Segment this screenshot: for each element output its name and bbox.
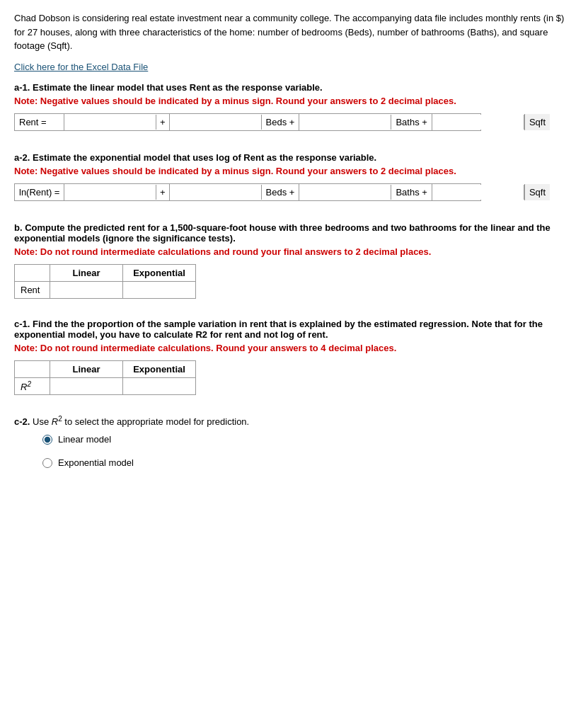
c1-th-empty — [15, 360, 50, 377]
section-b-note: Note: Do not round intermediate calculat… — [14, 246, 574, 257]
radio-item-linear[interactable]: Linear model — [42, 434, 574, 445]
section-b-table-container: Linear Exponential Rent — [14, 264, 574, 299]
section-b-table: Linear Exponential Rent — [14, 264, 196, 299]
a2-plus1: + — [156, 184, 170, 200]
b-row-label: Rent — [15, 281, 50, 298]
radio-group-c2: Linear model Exponential model — [14, 434, 574, 468]
c1-row-label: R2 — [15, 377, 50, 394]
radio-linear-label: Linear model — [58, 434, 111, 445]
a1-sqft-coef-input[interactable] — [432, 115, 524, 130]
a1-equation-row: Rent = + Beds + Baths + Sqft — [14, 113, 481, 131]
radio-exponential[interactable] — [42, 458, 52, 468]
b-exponential-cell[interactable] — [123, 281, 196, 298]
a2-baths-coef-input[interactable] — [299, 185, 391, 200]
section-a2: a-2. Estimate the exponential model that… — [14, 152, 574, 201]
c1-exponential-cell[interactable] — [123, 377, 196, 394]
section-c1-label: c-1. Find the the proportion of the samp… — [14, 319, 574, 340]
a1-beds-label: Beds + — [262, 114, 300, 130]
section-a1-label: a-1. Estimate the linear model that uses… — [14, 82, 574, 93]
c1-linear-cell[interactable] — [50, 377, 123, 394]
a1-beds-coef-input[interactable] — [170, 115, 262, 130]
a1-intercept-input[interactable] — [64, 115, 156, 130]
excel-link[interactable]: Click here for the Excel Data File — [14, 62, 574, 72]
b-table-row: Rent — [15, 281, 196, 298]
radio-exponential-label: Exponential model — [58, 457, 134, 468]
section-a2-label: a-2. Estimate the exponential model that… — [14, 152, 574, 163]
c1-th-linear: Linear — [50, 360, 123, 377]
b-linear-input[interactable] — [54, 284, 118, 296]
a2-intercept-input[interactable] — [64, 185, 156, 200]
a1-baths-coef-input[interactable] — [299, 115, 391, 130]
section-c1: c-1. Find the the proportion of the samp… — [14, 319, 574, 395]
radio-linear[interactable] — [42, 435, 52, 445]
section-c2-label: c-2. Use R2 to select the appropriate mo… — [14, 415, 574, 427]
c1-exponential-input[interactable] — [127, 380, 191, 392]
a2-beds-coef-input[interactable] — [170, 185, 262, 200]
b-th-exponential: Exponential — [123, 264, 196, 281]
b-th-empty — [15, 264, 50, 281]
section-c1-table-container: Linear Exponential R2 — [14, 360, 574, 395]
section-b-label: b. Compute the predicted rent for a 1,50… — [14, 222, 574, 244]
section-a1: a-1. Estimate the linear model that uses… — [14, 82, 574, 131]
c1-linear-input[interactable] — [54, 380, 118, 392]
section-b: b. Compute the predicted rent for a 1,50… — [14, 222, 574, 299]
b-linear-cell[interactable] — [50, 281, 123, 298]
radio-item-exponential[interactable]: Exponential model — [42, 457, 574, 468]
a1-eq-label: Rent = — [15, 114, 64, 130]
a2-equation-row: ln(Rent) = + Beds + Baths + Sqft — [14, 183, 481, 201]
section-c2: c-2. Use R2 to select the appropriate mo… — [14, 415, 574, 468]
a1-baths-label: Baths + — [391, 114, 432, 130]
intro-text: Chad Dobson is considering real estate i… — [14, 11, 574, 53]
a2-eq-label: ln(Rent) = — [15, 184, 64, 200]
a1-sqft-label: Sqft — [524, 114, 550, 130]
b-th-linear: Linear — [50, 264, 123, 281]
b-exponential-input[interactable] — [127, 284, 191, 296]
a2-beds-label: Beds + — [262, 184, 300, 200]
section-c1-note: Note: Do not round intermediate calculat… — [14, 343, 574, 353]
section-a2-note: Note: Negative values should be indicate… — [14, 166, 574, 176]
a2-sqft-coef-input[interactable] — [432, 185, 524, 200]
a2-baths-label: Baths + — [391, 184, 432, 200]
c1-th-exponential: Exponential — [123, 360, 196, 377]
c1-table-row: R2 — [15, 377, 196, 394]
section-a1-note: Note: Negative values should be indicate… — [14, 96, 574, 106]
a1-plus1: + — [156, 114, 170, 130]
section-c1-table: Linear Exponential R2 — [14, 360, 196, 395]
a2-sqft-label: Sqft — [524, 184, 550, 200]
